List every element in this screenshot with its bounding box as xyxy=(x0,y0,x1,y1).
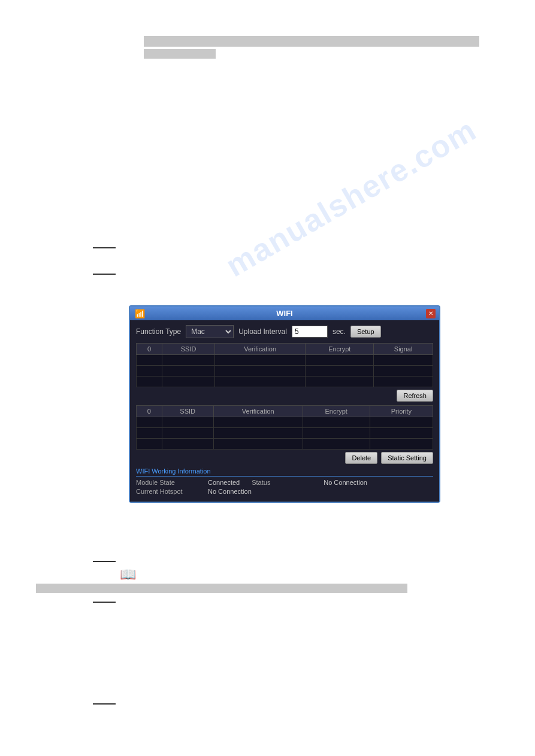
section-divider-4 xyxy=(93,602,116,603)
section-divider-3 xyxy=(93,561,116,562)
table-row xyxy=(137,428,433,439)
working-info-title: WIFI Working Information xyxy=(136,467,433,476)
col-priority-bottom: Priority xyxy=(370,406,433,417)
wifi-dialog-body: Function Type Mac Upload Interval sec. S… xyxy=(130,320,439,502)
section-divider-1 xyxy=(93,247,116,248)
wifi-icon: 📶 xyxy=(135,309,145,318)
current-hotspot-label: Current Hotspot xyxy=(136,488,196,495)
wifi-info-row-2: Current Hotspot No Connection xyxy=(136,488,433,495)
wifi-info-row-1: Module State Connected Status No Connect… xyxy=(136,479,433,486)
delete-button[interactable]: Delete xyxy=(345,452,377,464)
top-bar-wide xyxy=(144,36,479,47)
table-row xyxy=(137,439,433,450)
wifi-close-button[interactable]: ✕ xyxy=(426,309,436,318)
book-icon: 📖 xyxy=(120,567,136,582)
wifi-dialog: 📶 WIFI ✕ Function Type Mac Upload Interv… xyxy=(129,305,440,503)
available-networks-table: 0 SSID Verification Encrypt Signal xyxy=(136,343,433,387)
module-state-label: Module State xyxy=(136,479,196,486)
sec-label: sec. xyxy=(333,327,346,336)
watermark: manualshere.com xyxy=(220,111,483,284)
refresh-button[interactable]: Refresh xyxy=(397,390,433,402)
col-ssid-bottom: SSID xyxy=(162,406,213,417)
saved-networks-table: 0 SSID Verification Encrypt Priority xyxy=(136,405,433,450)
bottom-bar xyxy=(36,584,407,593)
col-ssid-top: SSID xyxy=(162,344,215,355)
upload-interval-label: Upload Interval xyxy=(238,327,287,336)
table-row xyxy=(137,377,433,387)
function-type-label: Function Type xyxy=(136,327,181,336)
section-divider-5 xyxy=(93,703,116,705)
section-divider-2 xyxy=(93,274,116,275)
status-label: Status xyxy=(252,479,312,486)
wifi-controls-row: Function Type Mac Upload Interval sec. S… xyxy=(136,325,433,338)
table-row xyxy=(137,417,433,428)
current-hotspot-value: No Connection xyxy=(208,488,252,495)
col-verification-top: Verification xyxy=(214,344,305,355)
upload-interval-input[interactable] xyxy=(292,326,328,338)
col-encrypt-top: Encrypt xyxy=(306,344,374,355)
col-num-top: 0 xyxy=(137,344,162,355)
status-value: No Connection xyxy=(324,479,367,486)
action-btn-row: Delete Static Setting xyxy=(136,452,433,464)
wifi-working-info: WIFI Working Information Module State Co… xyxy=(136,467,433,495)
function-type-select[interactable]: Mac xyxy=(186,325,234,338)
top-bar-narrow xyxy=(144,49,216,59)
setup-button[interactable]: Setup xyxy=(350,326,381,338)
wifi-title-bar: 📶 WIFI ✕ xyxy=(130,306,439,320)
refresh-btn-row: Refresh xyxy=(136,390,433,402)
col-verification-bottom: Verification xyxy=(213,406,303,417)
col-signal-top: Signal xyxy=(374,344,433,355)
col-encrypt-bottom: Encrypt xyxy=(303,406,370,417)
static-setting-button[interactable]: Static Setting xyxy=(381,452,433,464)
table-row xyxy=(137,366,433,377)
wifi-dialog-title: WIFI xyxy=(276,309,292,318)
col-num-bottom: 0 xyxy=(137,406,162,417)
table-row xyxy=(137,355,433,366)
module-state-value: Connected xyxy=(208,479,240,486)
